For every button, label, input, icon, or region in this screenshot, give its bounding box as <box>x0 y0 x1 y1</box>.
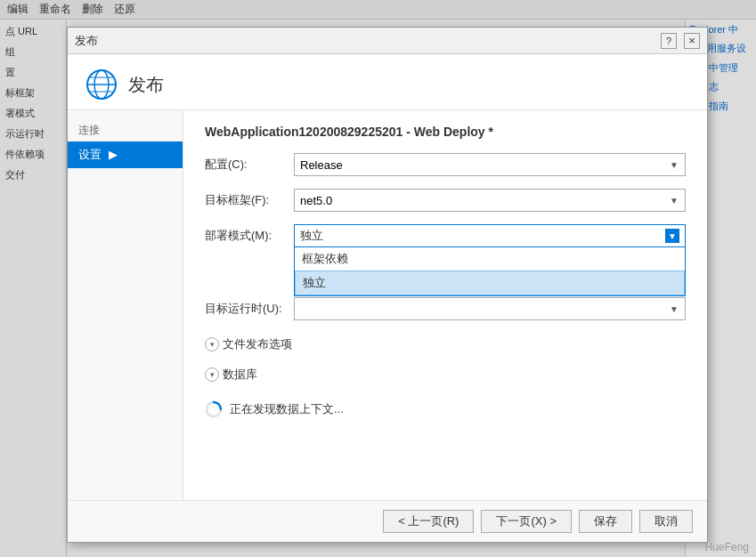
file-publish-section: ▾ 文件发布选项 <box>205 333 686 356</box>
target-framework-select[interactable]: net5.0 <box>300 190 679 211</box>
deploy-select-value: 独立 <box>300 228 323 244</box>
deploy-select-box[interactable]: 独立 ▼ <box>294 224 686 247</box>
config-select[interactable]: Debug Release <box>300 154 679 175</box>
target-framework-label: 目标框架(F): <box>205 192 294 208</box>
config-row: 配置(C): Debug Release ▼ <box>205 153 686 176</box>
publish-dialog: 发布 ? × 发布 连接 设置 ▶ <box>67 27 708 543</box>
target-runtime-select[interactable] <box>300 298 679 319</box>
titlebar-controls: ? × <box>661 33 700 49</box>
database-header[interactable]: ▾ 数据库 <box>205 363 686 386</box>
loading-spinner <box>205 400 223 418</box>
database-collapse-icon: ▾ <box>205 367 219 382</box>
dialog-body: 连接 设置 ▶ WebApplication120200829225201 - … <box>68 110 707 500</box>
deploy-option-framework[interactable]: 框架依赖 <box>295 247 685 270</box>
target-runtime-label: 目标运行时(U): <box>205 301 294 317</box>
dialog-main: WebApplication120200829225201 - Web Depl… <box>183 110 707 500</box>
close-button[interactable]: × <box>684 33 700 49</box>
nav-item-settings[interactable]: 设置 ▶ <box>68 141 183 168</box>
deploy-select-wrapper[interactable]: 独立 ▼ 框架依赖 独立 <box>294 224 686 247</box>
nav-section-connection: 连接 <box>68 119 183 141</box>
dialog-title-text: 发布 <box>75 33 98 49</box>
config-select-wrapper[interactable]: Debug Release ▼ <box>294 153 686 176</box>
dialog-header: 发布 <box>68 54 707 110</box>
save-button[interactable]: 保存 <box>579 510 632 533</box>
globe-icon <box>85 69 118 101</box>
file-publish-header[interactable]: ▾ 文件发布选项 <box>205 333 686 356</box>
watermark: HueFeng <box>705 541 749 553</box>
dialog-titlebar: 发布 ? × <box>68 28 707 54</box>
dialog-header-title: 发布 <box>128 73 164 97</box>
config-label: 配置(C): <box>205 157 294 173</box>
file-publish-label: 文件发布选项 <box>223 336 292 352</box>
file-publish-collapse-icon: ▾ <box>205 337 219 351</box>
target-framework-row: 目标框架(F): net5.0 ▼ <box>205 189 686 212</box>
target-runtime-select-wrapper[interactable]: ▼ <box>294 297 686 320</box>
dialog-footer: < 上一页(R) 下一页(X) > 保存 取消 <box>68 500 707 542</box>
cancel-button[interactable]: 取消 <box>639 510 693 533</box>
connection-title: WebApplication120200829225201 - Web Depl… <box>205 125 686 139</box>
database-label: 数据库 <box>223 367 257 383</box>
next-button[interactable]: 下一页(X) > <box>481 510 572 533</box>
target-runtime-row: 目标运行时(U): ▼ <box>205 297 686 320</box>
deploy-dropdown-arrow-icon: ▼ <box>665 229 679 243</box>
deploy-mode-label: 部署模式(M): <box>205 228 294 244</box>
deploy-mode-row: 部署模式(M): 独立 ▼ 框架依赖 独立 <box>205 224 686 247</box>
loading-text: 正在发现数据上下文... <box>230 401 344 417</box>
dialog-nav: 连接 设置 ▶ <box>68 110 183 500</box>
database-section: ▾ 数据库 <box>205 363 686 386</box>
prev-button[interactable]: < 上一页(R) <box>383 510 474 533</box>
deploy-option-standalone[interactable]: 独立 <box>295 270 685 295</box>
help-button[interactable]: ? <box>661 33 677 49</box>
loading-row: 正在发现数据上下文... <box>205 393 686 425</box>
target-framework-select-wrapper[interactable]: net5.0 ▼ <box>294 189 686 212</box>
deploy-dropdown-list: 框架依赖 独立 <box>294 247 686 296</box>
